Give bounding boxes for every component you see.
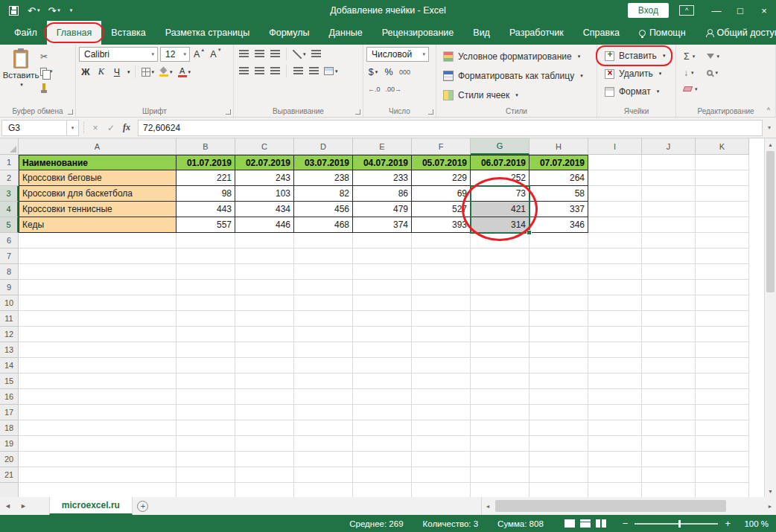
row-header-9[interactable]: 9 [0,280,19,295]
cell-J2[interactable] [642,170,696,186]
decrease-decimal-button[interactable]: .00→ [384,82,404,96]
cell-J13[interactable] [642,342,696,358]
cell-H16[interactable] [529,389,588,405]
borders-button[interactable]: ▾ [140,65,156,79]
number-format-select[interactable]: Числовой▾ [366,47,429,62]
cell-I14[interactable] [588,358,642,374]
dialog-launcher-icon[interactable] [68,109,73,115]
cell-H4[interactable]: 337 [529,202,588,217]
cell-E7[interactable] [353,249,412,264]
normal-view-button[interactable] [564,519,575,528]
cell-J3[interactable] [642,186,696,202]
cell-G7[interactable] [471,249,529,264]
vertical-scroll-thumb[interactable] [766,151,775,292]
cell-I2[interactable] [588,170,642,186]
cell-K13[interactable] [696,342,749,358]
horizontal-scroll-track[interactable] [494,497,764,515]
row-header-11[interactable]: 11 [0,311,19,327]
cell-B15[interactable] [176,374,235,389]
cell-C13[interactable] [235,342,294,358]
font-size-select[interactable]: 12▾ [160,47,190,62]
cell-F17[interactable] [412,405,471,420]
row-header-10[interactable]: 10 [0,295,19,311]
confirm-entry-icon[interactable]: ✓ [104,123,118,133]
scroll-right-icon[interactable]: ► [764,504,776,509]
cell-F21[interactable] [412,467,471,483]
cell-K1[interactable] [696,155,749,170]
cell-C11[interactable] [235,311,294,327]
cell-C16[interactable] [235,389,294,405]
column-header-H[interactable]: H [529,138,588,155]
cell-A1[interactable]: Наименование [19,155,176,170]
align-right-button[interactable] [268,64,282,78]
cell-K21[interactable] [696,467,749,483]
align-middle-button[interactable] [252,47,266,61]
cell-B1[interactable]: 01.07.2019 [176,155,235,170]
column-header-G[interactable]: G [471,138,529,155]
cell-A12[interactable] [19,327,176,342]
cell-F22[interactable] [412,483,471,497]
name-box-dropdown-icon[interactable]: ▾ [67,120,79,136]
cell-K5[interactable] [696,217,749,233]
cell-F11[interactable] [412,311,471,327]
cell-J6[interactable] [642,233,696,249]
cell-D8[interactable] [294,264,353,280]
cell-D3[interactable]: 82 [294,186,353,202]
delete-cells-button[interactable]: Удалить▾ [600,65,670,82]
tab-insert[interactable]: Вставка [101,21,155,45]
merge-center-button[interactable]: ▾ [322,64,340,78]
cell-E5[interactable]: 374 [353,217,412,233]
cell-J18[interactable] [642,420,696,436]
font-color-button[interactable]: А▾ [176,65,193,79]
cell-J16[interactable] [642,389,696,405]
cell-K10[interactable] [696,295,749,311]
cell-E8[interactable] [353,264,412,280]
cell-E1[interactable]: 04.07.2019 [353,155,412,170]
cell-G19[interactable] [471,436,529,452]
cell-D12[interactable] [294,327,353,342]
cell-B13[interactable] [176,342,235,358]
sheet-nav-right-icon[interactable]: ► [16,497,31,515]
column-header-I[interactable]: I [588,138,642,155]
zoom-slider-thumb[interactable] [678,520,681,528]
copy-button[interactable]: ▾ [40,65,53,77]
cell-I13[interactable] [588,342,642,358]
cell-F9[interactable] [412,280,471,295]
cell-F7[interactable] [412,249,471,264]
cell-E4[interactable]: 479 [353,202,412,217]
row-header-5[interactable]: 5 [0,217,19,233]
cell-C4[interactable]: 434 [235,202,294,217]
cell-I20[interactable] [588,452,642,467]
cell-F8[interactable] [412,264,471,280]
increase-decimal-button[interactable]: ←.0 [366,82,382,96]
wrap-text-button[interactable] [310,47,323,61]
cell-I9[interactable] [588,280,642,295]
row-header-15[interactable]: 15 [0,374,19,389]
insert-cells-button[interactable]: Вставить ▾ [600,48,670,64]
cell-I6[interactable] [588,233,642,249]
cell-D14[interactable] [294,358,353,374]
cell-F10[interactable] [412,295,471,311]
cell-E6[interactable] [353,233,412,249]
cell-C20[interactable] [235,452,294,467]
fill-button[interactable]: ↓▾ [684,66,698,79]
cell-styles-button[interactable]: Стили ячеек▾ [439,86,587,104]
italic-button[interactable]: К [95,65,108,79]
cell-K20[interactable] [696,452,749,467]
cell-K2[interactable] [696,170,749,186]
cell-I17[interactable] [588,405,642,420]
cell-H1[interactable]: 07.07.2019 [529,155,588,170]
cell-B12[interactable] [176,327,235,342]
cell-A11[interactable] [19,311,176,327]
cell-B7[interactable] [176,249,235,264]
row-header-6[interactable]: 6 [0,233,19,249]
cell-J1[interactable] [642,155,696,170]
cell-A18[interactable] [19,420,176,436]
cell-G16[interactable] [471,389,529,405]
sign-in-button[interactable]: Вход [628,3,669,18]
cell-H6[interactable] [529,233,588,249]
cell-G15[interactable] [471,374,529,389]
cell-K4[interactable] [696,202,749,217]
zoom-in-button[interactable]: + [725,518,731,529]
cell-G2[interactable]: 252 [471,170,529,186]
